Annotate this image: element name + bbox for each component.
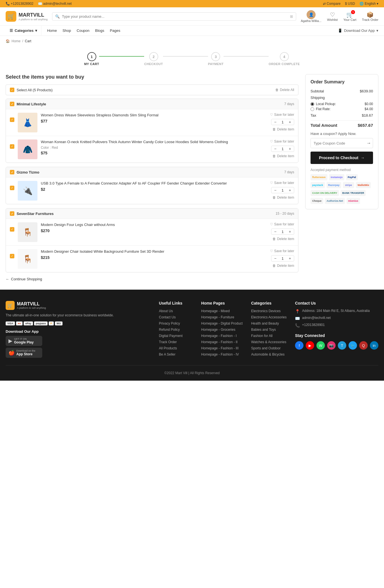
nav-shop[interactable]: Shop (62, 28, 71, 33)
homepage-furniture-link[interactable]: Homepage - Furniture (201, 315, 234, 319)
item-3-checkbox[interactable] (10, 186, 14, 190)
group-1-checkbox[interactable] (10, 102, 14, 106)
item-5-decrement[interactable]: − (273, 256, 278, 261)
payment-logos: flutterwave instamojo PayPal paystack Ra… (311, 174, 373, 204)
item-3-increment[interactable]: + (288, 188, 292, 192)
google-play-btn[interactable]: ▶ GET IT ON Google Play (6, 336, 42, 346)
item-4-checkbox[interactable] (10, 227, 14, 232)
western-union-logo: WU (55, 321, 62, 325)
item-4-decrement[interactable]: − (273, 229, 278, 234)
cart-label: Your Cart (343, 18, 356, 21)
language-selector[interactable]: 🌐 English ▾ (360, 2, 378, 6)
homepage-fashion2-link[interactable]: Homepage - Fashion - II (201, 340, 238, 344)
local-pickup-radio[interactable] (311, 102, 314, 106)
logo[interactable]: 🛒 MARTVILL A platform to sell anything (6, 11, 48, 22)
about-us-link[interactable]: About Us (159, 309, 173, 313)
item-3-delete[interactable]: 🗑 Delete item (273, 196, 294, 199)
item-4-save-later[interactable]: ♡ Save for later (270, 222, 294, 226)
item-2-checkbox[interactable] (10, 144, 14, 149)
group-3-checkbox[interactable] (10, 211, 14, 216)
item-5-delete[interactable]: 🗑 Delete item (273, 264, 294, 268)
all-products-link[interactable]: All Products (159, 346, 177, 350)
item-1-checkbox[interactable] (10, 117, 14, 122)
nav-pages[interactable]: Pages (110, 28, 120, 33)
trash-icon-3: 🗑 (273, 196, 276, 199)
app-store-btn[interactable]: 🍎 Download on the App Store (6, 348, 42, 358)
item-1-increment[interactable]: + (288, 120, 292, 124)
item-2-delete[interactable]: 🗑 Delete item (273, 154, 294, 158)
categories-menu[interactable]: ☰ Categories ▾ (6, 26, 41, 35)
delete-all-btn[interactable]: 🗑 Delete All (275, 88, 294, 92)
facebook-icon[interactable]: f (295, 341, 303, 350)
wishlist-icon-item[interactable]: ♡ Wishlist (327, 11, 338, 21)
download-app-nav[interactable]: 📱 Download Our App ▾ (338, 28, 378, 33)
homepage-mixed-link[interactable]: Homepage - Mixed (201, 309, 230, 313)
youtube-icon[interactable]: ▶ (306, 341, 314, 350)
item-3-save-later[interactable]: ♡ Save for later (270, 181, 294, 185)
nav-blogs[interactable]: Blogs (95, 28, 104, 33)
homepage-fashion3-link[interactable]: Homepage - Fashion - III (201, 346, 239, 350)
electronics-accessories-link[interactable]: Electronics Accessories (251, 315, 287, 319)
twitter-icon[interactable]: 🐦 (349, 341, 357, 350)
automobile-link[interactable]: Automobile & Bicycles (251, 352, 285, 356)
item-2-save-later[interactable]: ♡ Save for later (270, 139, 294, 143)
item-5-save-later[interactable]: ♡ Save for later (270, 249, 294, 253)
item-3-decrement[interactable]: − (273, 188, 278, 192)
search-input[interactable] (62, 14, 288, 19)
refund-policy-link[interactable]: Refund Policy (159, 328, 180, 332)
item-5-checkbox[interactable] (10, 254, 14, 258)
item-4-image: 🪑 (18, 222, 37, 242)
item-4-increment[interactable]: + (288, 229, 292, 234)
visa-logo: VISA (6, 321, 15, 325)
track-order-icon-item[interactable]: 📦 Track Order (362, 11, 378, 21)
nav-coupon[interactable]: Coupon (77, 28, 90, 33)
footer-useful-links: Useful Links About Us Contact Us Privacy… (159, 301, 193, 360)
digital-payment-link[interactable]: Digital Payment (159, 334, 183, 338)
item-1-decrement[interactable]: − (273, 120, 278, 124)
continue-shopping-btn[interactable]: ← Continue Shopping (6, 277, 298, 281)
select-all-checkbox[interactable] (10, 88, 14, 92)
item-5-increment[interactable]: + (288, 256, 292, 261)
arrow-right-icon: → (361, 156, 365, 160)
nav-home[interactable]: Home (47, 28, 57, 33)
compare-link[interactable]: ⇄ Compare (323, 2, 341, 6)
babies-toys-link[interactable]: Babies and Toys (251, 328, 276, 332)
chevron-down-icon-nav: ▾ (376, 28, 378, 33)
be-seller-link[interactable]: Be A Seller (159, 352, 176, 356)
flat-rate-radio[interactable] (311, 107, 314, 111)
group-2-checkbox[interactable] (10, 170, 14, 174)
linkedin-icon[interactable]: in (370, 341, 378, 350)
homepage-fashion1-link[interactable]: Homepage - Fashion - I (201, 334, 237, 338)
item-1-delete[interactable]: 🗑 Delete item (273, 127, 294, 131)
contact-us-link[interactable]: Contact Us (159, 315, 176, 319)
breadcrumb-home[interactable]: Home (12, 39, 21, 43)
item-4-delete[interactable]: 🗑 Delete item (273, 237, 294, 241)
search-bar[interactable]: 🔍 ⊞ (52, 12, 296, 21)
breadcrumb-separator: / (22, 39, 23, 43)
quora-icon[interactable]: Q (359, 341, 368, 350)
watches-link[interactable]: Watches & Accessories (251, 340, 286, 344)
health-beauty-link[interactable]: Health and Beauty (251, 321, 279, 325)
currency-selector[interactable]: $ USD (345, 2, 355, 6)
instagram-icon[interactable]: 📷 (327, 341, 336, 350)
coupon-apply-btn[interactable]: → (364, 138, 373, 148)
homepage-fashion4-link[interactable]: Homepage - Fashion - IV (201, 352, 239, 356)
user-icon-item[interactable]: 👤 Agatha Willia... (301, 10, 321, 23)
track-order-link[interactable]: Track Order (159, 340, 177, 344)
checkout-button[interactable]: Proceed to Checkout → (311, 152, 373, 164)
whatsapp-icon[interactable]: W (316, 341, 325, 350)
privacy-policy-link[interactable]: Privacy Policy (159, 321, 180, 325)
electronics-devices-link[interactable]: Electronics Devices (251, 309, 281, 313)
hp-fashion2: Homepage - Fashion - II (201, 340, 243, 344)
sports-link[interactable]: Sports and Outdoor (251, 346, 281, 350)
coupon-input[interactable] (311, 139, 364, 148)
item-1-save-later[interactable]: ♡ Save for later (270, 113, 294, 117)
homepage-groceries-link[interactable]: Homepage - Groceries (201, 328, 235, 332)
item-2-decrement[interactable]: − (273, 147, 278, 151)
save-later-label-4: Save for later (274, 222, 294, 226)
telegram-icon[interactable]: T (338, 341, 346, 350)
item-2-increment[interactable]: + (288, 147, 292, 151)
cart-icon-item[interactable]: 🛒 5 Your Cart (343, 11, 356, 21)
fashion-all-link[interactable]: Fashion for All (251, 334, 273, 338)
homepage-digital-link[interactable]: Homepage - Digital Product (201, 321, 243, 325)
